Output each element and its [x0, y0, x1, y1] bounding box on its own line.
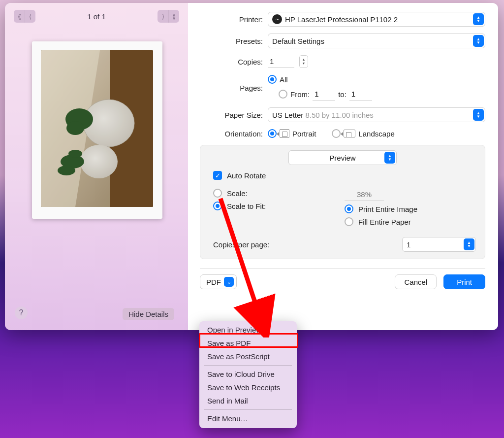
presets-label: Presets:: [188, 37, 268, 45]
portrait-icon: [280, 129, 289, 138]
app-section-select[interactable]: Preview ▲▼: [288, 150, 397, 165]
select-arrows-icon: ▲▼: [384, 152, 395, 164]
copies-per-page-label: Copies per page:: [213, 240, 402, 249]
cancel-button[interactable]: Cancel: [395, 274, 437, 289]
menu-save-to-icloud[interactable]: Save to iCloud Drive: [199, 368, 297, 381]
select-arrows-icon: ▲▼: [473, 13, 484, 25]
scale-radio[interactable]: [213, 189, 222, 198]
orientation-landscape-label: Landscape: [358, 130, 394, 138]
copies-input[interactable]: [268, 55, 294, 68]
thumbnail-image: [41, 50, 153, 207]
orientation-portrait-radio[interactable]: [268, 129, 277, 138]
pdf-menu-button[interactable]: PDF ⌄: [200, 274, 237, 289]
pages-all-label: All: [280, 75, 288, 84]
page-counter: 1 of 1: [41, 12, 152, 21]
pdf-menu-label: PDF: [206, 278, 221, 286]
pdf-dropdown-menu: Open in Preview Save as PDF Save as Post…: [199, 321, 297, 428]
auto-rotate-checkbox[interactable]: ✓: [213, 171, 222, 180]
scale-percent-input[interactable]: [345, 189, 384, 201]
paper-size-value: US Letter: [272, 111, 303, 119]
page-thumbnail: [32, 41, 162, 219]
menu-open-in-preview[interactable]: Open in Preview: [199, 323, 297, 337]
preview-pane: ⟪ ⟨ 1 of 1 ⟩ ⟫: [5, 3, 188, 330]
next-page-icon[interactable]: ⟩: [158, 10, 168, 23]
page-nav-first-prev[interactable]: ⟪ ⟨: [14, 10, 35, 23]
copies-per-page-select[interactable]: 1 ▲▼: [402, 237, 476, 252]
help-icon: ?: [19, 308, 24, 317]
app-options-panel: Preview ▲▼ ✓ Auto Rotate Scale: Scale to…: [200, 145, 485, 259]
copies-label: Copies:: [188, 58, 268, 66]
printer-label: Printer:: [188, 15, 268, 24]
pages-range-radio[interactable]: [279, 90, 287, 99]
settings-pane: Printer: ~ HP LaserJet Professional P110…: [188, 3, 498, 330]
pages-to-input[interactable]: [349, 88, 372, 101]
pages-label: Pages:: [188, 84, 268, 92]
orientation-label: Orientation:: [188, 130, 268, 138]
pages-from-label: From:: [290, 90, 310, 99]
print-entire-radio[interactable]: [345, 204, 353, 213]
pages-from-input[interactable]: [313, 88, 335, 101]
menu-send-in-mail[interactable]: Send in Mail: [199, 394, 297, 407]
select-arrows-icon: ▲▼: [473, 109, 484, 121]
scale-label: Scale:: [227, 189, 248, 198]
printer-select[interactable]: ~ HP LaserJet Professional P1102 2 ▲▼: [268, 12, 485, 27]
app-section-value: Preview: [293, 154, 392, 162]
menu-save-as-pdf[interactable]: Save as PDF: [199, 337, 297, 350]
scale-to-fit-label: Scale to Fit:: [227, 202, 266, 210]
print-button[interactable]: Print: [443, 274, 485, 289]
paper-size-label: Paper Size:: [188, 111, 268, 119]
help-button[interactable]: ?: [15, 306, 28, 319]
auto-rotate-label: Auto Rotate: [227, 171, 266, 180]
menu-separator: [204, 409, 292, 410]
menu-separator: [204, 365, 292, 366]
pages-to-label: to:: [338, 90, 346, 99]
printer-status-icon: ~: [272, 14, 282, 24]
divider: [200, 268, 485, 269]
menu-edit-menu[interactable]: Edit Menu…: [199, 412, 297, 425]
chevron-down-icon: ⌄: [224, 277, 234, 287]
paper-size-select[interactable]: US Letter 8.50 by 11.00 inches ▲▼: [268, 107, 485, 122]
hide-details-button[interactable]: Hide Details: [123, 308, 174, 320]
orientation-portrait-label: Portrait: [292, 130, 316, 138]
copies-per-page-value: 1: [407, 240, 410, 249]
copies-stepper[interactable]: ▲▼: [299, 55, 308, 68]
select-arrows-icon: ▲▼: [464, 238, 474, 250]
pages-all-radio[interactable]: [268, 75, 277, 84]
last-page-icon[interactable]: ⟫: [168, 10, 179, 23]
menu-save-to-web-receipts[interactable]: Save to Web Receipts: [199, 381, 297, 394]
prev-page-icon[interactable]: ⟨: [25, 10, 35, 23]
page-nav-next-last[interactable]: ⟩ ⟫: [158, 10, 179, 23]
presets-value: Default Settings: [272, 37, 324, 45]
select-arrows-icon: ▲▼: [473, 35, 484, 47]
svg-rect-11: [41, 50, 153, 207]
first-page-icon[interactable]: ⟪: [14, 10, 25, 23]
presets-select[interactable]: Default Settings ▲▼: [268, 34, 485, 48]
orientation-landscape-radio[interactable]: [332, 129, 341, 138]
landscape-icon: [344, 130, 355, 137]
printer-value: HP LaserJet Professional P1102 2: [285, 15, 398, 24]
paper-size-hint: 8.50 by 11.00 inches: [305, 111, 373, 119]
fill-paper-radio[interactable]: [345, 217, 353, 226]
print-entire-label: Print Entire Image: [358, 205, 417, 213]
menu-save-as-postscript[interactable]: Save as PostScript: [199, 350, 297, 363]
print-dialog: ⟪ ⟨ 1 of 1 ⟩ ⟫: [5, 3, 498, 330]
scale-to-fit-radio[interactable]: [213, 202, 222, 210]
fill-paper-label: Fill Entire Paper: [358, 218, 411, 226]
